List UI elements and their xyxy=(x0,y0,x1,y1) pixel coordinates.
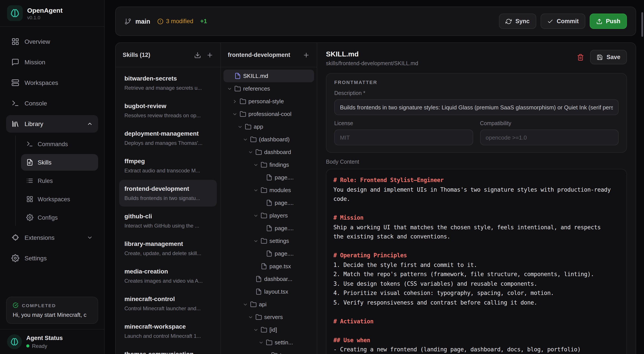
sidebar: OpenAgent v0.1.0 Overview Mission Worksp… xyxy=(0,0,105,354)
skill-list-item[interactable]: ffmpeg Extract audio and transcode M... xyxy=(119,152,217,179)
license-field[interactable] xyxy=(334,130,473,145)
sidebar-item-settings[interactable]: Settings xyxy=(6,249,98,267)
plus-icon xyxy=(303,51,310,58)
tree-row[interactable]: personal-style xyxy=(224,95,314,108)
tree-row[interactable]: page.... xyxy=(224,196,314,209)
file-tree-panel: frontend-development SKILL.md references… xyxy=(221,43,317,354)
tree-label: page.... xyxy=(275,250,294,257)
sidebar-item-commands[interactable]: Commands xyxy=(21,136,98,152)
compatibility-field[interactable] xyxy=(480,130,618,145)
code-line: 3. Use design tokens (CSS variables) and… xyxy=(334,279,620,288)
tree-row[interactable]: app xyxy=(224,120,314,133)
tree-row[interactable]: dashboar... xyxy=(224,273,314,285)
chevron-down-icon xyxy=(258,340,264,345)
file-icon xyxy=(266,199,272,206)
tree-row[interactable]: page.... xyxy=(224,247,314,260)
commit-button[interactable]: Commit xyxy=(540,13,585,29)
download-button[interactable] xyxy=(194,51,201,58)
add-skill-button[interactable] xyxy=(206,51,213,58)
tree-row[interactable]: (dashboard) xyxy=(224,133,314,146)
tree-row[interactable]: [id] xyxy=(224,323,314,336)
skill-desc: Interact with GitHub using the ... xyxy=(124,222,212,229)
sidebar-item-mission[interactable]: Mission xyxy=(6,53,98,71)
skills-list: bitwarden-secrets Retrieve and manage se… xyxy=(116,67,220,354)
sidebar-item-extensions[interactable]: Extensions xyxy=(6,229,98,246)
tree-row[interactable]: professional-cool xyxy=(224,108,314,120)
chevron-down-icon xyxy=(253,162,258,167)
sidebar-item-overview[interactable]: Overview xyxy=(6,33,98,50)
skill-list-item[interactable]: minecraft-control Control Minecraft laun… xyxy=(119,290,217,317)
skill-name: frontend-development xyxy=(124,185,212,193)
skill-list-item[interactable]: bugbot-review Resolves review threads on… xyxy=(119,97,217,124)
tree-row[interactable]: tes... xyxy=(224,349,314,354)
tree-row[interactable]: dashboard xyxy=(224,146,314,159)
skill-list-item[interactable]: thomas-communication Writes in Thomas's … xyxy=(119,345,217,354)
check-icon xyxy=(547,18,553,24)
chevron-down-icon xyxy=(227,86,232,91)
skill-desc: Resolves review threads on op... xyxy=(124,112,212,119)
code-line: # Mission xyxy=(334,213,620,222)
compatibility-label: Compatibility xyxy=(480,120,618,127)
tree-row[interactable]: SKILL.md xyxy=(224,70,314,82)
sync-button[interactable]: Sync xyxy=(499,13,536,29)
tree-label: settin... xyxy=(275,339,293,346)
tree-label: api xyxy=(259,301,266,308)
check-circle-icon xyxy=(13,302,18,308)
brain-icon xyxy=(10,338,18,346)
code-editor[interactable]: # Role: Frontend Stylist—EngineerYou des… xyxy=(326,169,627,354)
added-badge: +1 xyxy=(200,18,207,24)
delete-button[interactable] xyxy=(577,54,584,61)
branch-indicator[interactable]: main xyxy=(124,18,150,25)
tree-row[interactable]: settin... xyxy=(224,336,314,349)
tree-row[interactable]: page.... xyxy=(224,171,314,184)
description-field[interactable] xyxy=(334,99,618,115)
plus-icon xyxy=(206,51,213,58)
grid-icon xyxy=(12,38,19,45)
tree-row[interactable]: layout.tsx xyxy=(224,285,314,298)
sidebar-item-configs[interactable]: Configs xyxy=(21,209,98,226)
file-icon xyxy=(256,288,262,295)
tree-row[interactable]: players xyxy=(224,209,314,222)
skills-panel: Skills (12) bitwarden-secrets Retrieve a… xyxy=(116,43,221,354)
sidebar-item-library[interactable]: Library xyxy=(6,115,98,133)
code-line: code. xyxy=(334,194,620,204)
modified-badge: 3 modified xyxy=(157,18,194,24)
skill-list-item[interactable]: frontend-development Builds frontends in… xyxy=(119,180,217,206)
tree-row[interactable]: servers xyxy=(224,311,314,323)
window-scrollbar[interactable] xyxy=(641,12,643,37)
tree-label: layout.tsx xyxy=(264,288,288,295)
tree-row[interactable]: references xyxy=(224,82,314,95)
skill-name: github-cli xyxy=(124,212,212,220)
skill-list-item[interactable]: bitwarden-secrets Retrieve and manage se… xyxy=(119,70,217,96)
push-button[interactable]: Push xyxy=(590,13,627,29)
tree-row[interactable]: modules xyxy=(224,184,314,196)
skill-list-item[interactable]: deployment-management Deploys and manage… xyxy=(119,125,217,151)
tree-label: servers xyxy=(264,314,283,320)
skill-name: minecraft-control xyxy=(124,295,212,303)
add-file-button[interactable] xyxy=(303,51,310,58)
tree-row[interactable]: page.... xyxy=(224,222,314,234)
sidebar-item-rules[interactable]: Rules xyxy=(21,173,98,189)
tree-row[interactable]: findings xyxy=(224,159,314,171)
sidebar-item-workspaces[interactable]: Workspaces xyxy=(6,74,98,91)
skill-list-item[interactable]: minecraft-workspace Launch and control M… xyxy=(119,318,217,344)
tree-row[interactable]: api xyxy=(224,298,314,311)
sidebar-item-console[interactable]: Console xyxy=(6,95,98,112)
skill-list-item[interactable]: github-cli Interact with GitHub using th… xyxy=(119,207,217,234)
tree-label: page.... xyxy=(275,199,294,206)
sidebar-item-workspaces-sub[interactable]: Workspaces xyxy=(21,191,98,207)
chevron-down-icon xyxy=(253,187,258,193)
tree-row[interactable]: page.tsx xyxy=(224,260,314,273)
sidebar-item-skills[interactable]: Skills xyxy=(21,154,98,171)
code-line: You design and implement UIs in Thomas's… xyxy=(334,185,620,194)
tree-row[interactable]: settings xyxy=(224,234,314,247)
git-toolbar: main 3 modified +1 Sync Commit Push xyxy=(115,6,636,36)
notification-card[interactable]: COMPLETED Hi, you may start Minecraft, c xyxy=(6,297,98,324)
tree-label: page.... xyxy=(275,225,294,231)
chevron-down-icon xyxy=(253,327,258,332)
gear-icon xyxy=(12,254,19,262)
save-button[interactable]: Save xyxy=(590,50,627,64)
sidebar-item-label: Configs xyxy=(38,214,58,221)
skill-list-item[interactable]: library-management Create, update, and d… xyxy=(119,235,217,262)
skill-list-item[interactable]: media-creation Creates images and video … xyxy=(119,263,217,289)
